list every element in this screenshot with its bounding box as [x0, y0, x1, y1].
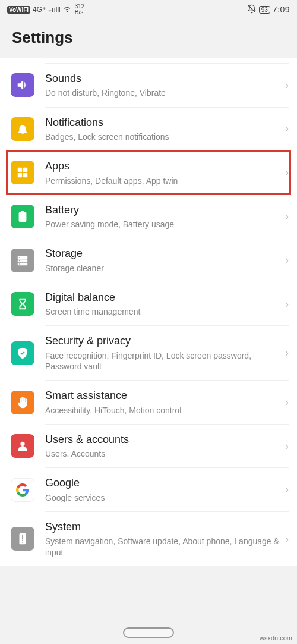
chevron-right-icon: ›	[285, 298, 289, 310]
status-bar: VoWiFi 4G⁺ ₊ıılll 312 B/s 93 7:09	[0, 0, 297, 17]
item-title: Notifications	[45, 116, 280, 130]
svg-point-13	[22, 542, 23, 543]
item-subtitle: Face recognition, Fingerprint ID, Lock s…	[45, 350, 280, 372]
settings-item-digital-balance[interactable]: Digital balance Screen time management ›	[0, 282, 297, 326]
notifications-off-icon	[247, 4, 257, 15]
item-title: System	[45, 520, 280, 534]
chevron-right-icon: ›	[285, 533, 289, 545]
svg-point-10	[19, 263, 20, 264]
item-subtitle: Accessibility, HiTouch, Motion control	[45, 405, 280, 416]
settings-item-notifications[interactable]: Notifications Badges, Lock screen notifi…	[0, 108, 297, 151]
chevron-right-icon: ›	[285, 167, 289, 179]
item-title: Battery	[45, 203, 280, 217]
settings-item-google[interactable]: Google Google services ›	[0, 468, 297, 511]
svg-rect-3	[18, 173, 22, 177]
storage-icon	[11, 249, 34, 272]
chevron-right-icon: ›	[285, 483, 289, 496]
svg-rect-4	[23, 173, 27, 177]
item-subtitle: Screen time management	[45, 306, 280, 317]
signal-indicator: 4G⁺	[33, 5, 46, 14]
nav-pill[interactable]	[123, 627, 174, 638]
bell-icon	[11, 117, 34, 141]
svg-point-9	[19, 260, 20, 260]
signal-bars-icon: ₊ıılll	[48, 5, 61, 14]
partial-row	[45, 58, 289, 64]
item-title: Storage	[45, 247, 280, 260]
wifi-icon	[63, 5, 71, 15]
battery-indicator: 93	[259, 6, 270, 14]
net-speed: 312 B/s	[75, 4, 85, 15]
item-subtitle: Users, Accounts	[45, 448, 280, 459]
item-subtitle: System navigation, Software update, Abou…	[45, 536, 280, 557]
chevron-right-icon: ›	[285, 440, 289, 453]
hand-icon	[11, 391, 34, 414]
item-subtitle: Permissions, Default apps, App twin	[45, 175, 280, 186]
settings-header: Settings	[0, 17, 297, 58]
item-subtitle: Storage cleaner	[45, 263, 280, 274]
chevron-right-icon: ›	[285, 347, 289, 359]
svg-point-14	[22, 540, 23, 541]
hourglass-icon	[11, 292, 34, 316]
svg-point-8	[19, 257, 20, 257]
item-subtitle: Power saving mode, Battery usage	[45, 219, 280, 230]
item-subtitle: Google services	[45, 492, 280, 503]
chevron-right-icon: ›	[285, 79, 289, 92]
item-title: Apps	[45, 159, 280, 173]
user-icon	[11, 434, 34, 458]
clock: 7:09	[273, 5, 290, 14]
vowifi-badge: VoWiFi	[7, 6, 30, 14]
settings-item-users[interactable]: Users & accounts Users, Accounts ›	[0, 425, 297, 468]
chevron-right-icon: ›	[285, 254, 289, 266]
item-title: Digital balance	[45, 291, 280, 304]
apps-icon	[11, 161, 34, 184]
settings-item-battery[interactable]: Battery Power saving mode, Battery usage…	[0, 195, 297, 238]
item-title: Smart assistance	[45, 389, 280, 403]
settings-item-system[interactable]: System System navigation, Software updat…	[0, 512, 297, 566]
settings-item-apps[interactable]: Apps Permissions, Default apps, App twin…	[0, 151, 297, 194]
chevron-right-icon: ›	[285, 122, 289, 135]
settings-item-sounds[interactable]: Sounds Do not disturb, Ringtone, Vibrate…	[0, 64, 297, 107]
svg-rect-2	[23, 168, 27, 172]
item-title: Users & accounts	[45, 433, 280, 447]
speaker-icon	[11, 73, 34, 97]
google-icon	[11, 478, 34, 502]
item-subtitle: Do not disturb, Ringtone, Vibrate	[45, 87, 280, 98]
svg-rect-1	[18, 168, 22, 172]
phone-icon	[11, 527, 34, 551]
battery-icon	[11, 205, 34, 228]
item-title: Security & privacy	[45, 334, 280, 348]
settings-item-smart-assistance[interactable]: Smart assistance Accessibility, HiTouch,…	[0, 381, 297, 424]
item-subtitle: Badges, Lock screen notifications	[45, 131, 280, 142]
watermark: wsxdn.com	[260, 634, 292, 642]
shield-icon	[11, 341, 34, 365]
chevron-right-icon: ›	[285, 396, 289, 409]
item-title: Sounds	[45, 72, 280, 86]
settings-item-security[interactable]: Security & privacy Face recognition, Fin…	[0, 326, 297, 380]
svg-point-11	[20, 442, 24, 446]
chevron-right-icon: ›	[285, 211, 289, 223]
settings-item-storage[interactable]: Storage Storage cleaner ›	[0, 238, 297, 282]
item-title: Google	[45, 476, 280, 490]
page-title: Settings	[12, 29, 285, 47]
settings-list: Sounds Do not disturb, Ringtone, Vibrate…	[0, 58, 297, 566]
